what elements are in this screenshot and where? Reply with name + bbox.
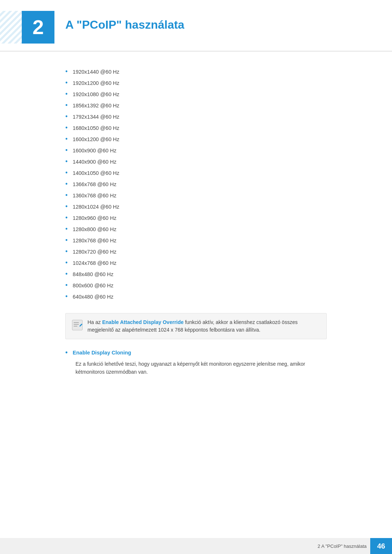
chapter-number: 2 [32,17,44,37]
chapter-number-block: 2 [22,11,54,44]
list-item: 1280x960 @60 Hz [65,212,327,223]
chapter-title: A "PCoIP" használata [54,11,184,32]
feature-description: Ez a funkció lehetővé teszi, hogy ugyana… [75,360,327,376]
list-item: 1440x900 @60 Hz [65,156,327,167]
note-highlight: Enable Attached Display Override [102,319,183,325]
feature-section: Enable Display Cloning Ez a funkció lehe… [65,349,327,376]
svg-rect-3 [74,326,77,327]
list-item: 1360x768 @60 Hz [65,190,327,201]
chapter-header: 2 A "PCoIP" használata [0,0,392,52]
note-icon [72,319,83,331]
list-item: 1280x720 @60 Hz [65,246,327,257]
note-text: Ha az Enable Attached Display Override f… [87,319,320,334]
resolution-list: 1920x1440 @60 Hz1920x1200 @60 Hz1920x108… [65,66,327,302]
list-item: 640x480 @60 Hz [65,291,327,302]
list-item: 1280x800 @60 Hz [65,223,327,235]
list-item: 848x480 @60 Hz [65,268,327,280]
note-box: Ha az Enable Attached Display Override f… [65,313,327,339]
list-item: 1920x1440 @60 Hz [65,66,327,77]
svg-rect-1 [74,322,79,323]
svg-rect-2 [74,324,79,325]
feature-title: Enable Display Cloning [65,349,327,356]
page-number: 46 [370,538,392,554]
list-item: 1856x1392 @60 Hz [65,100,327,111]
footer-text: 2 A "PCoIP" használata [318,543,370,549]
page-footer: 2 A "PCoIP" használata 46 [0,538,392,554]
list-item: 1600x1200 @60 Hz [65,134,327,145]
list-item: 1366x768 @60 Hz [65,178,327,190]
list-item: 1920x1080 @60 Hz [65,89,327,100]
list-item: 800x600 @60 Hz [65,280,327,291]
list-item: 1400x1050 @60 Hz [65,167,327,178]
note-text-before: Ha az [87,319,102,325]
list-item: 1680x1050 @60 Hz [65,122,327,134]
list-item: 1792x1344 @60 Hz [65,111,327,122]
main-content: 1920x1440 @60 Hz1920x1200 @60 Hz1920x108… [0,66,392,376]
list-item: 1920x1200 @60 Hz [65,77,327,89]
list-item: 1280x768 @60 Hz [65,235,327,246]
list-item: 1600x900 @60 Hz [65,145,327,156]
list-item: 1024x768 @60 Hz [65,257,327,268]
list-item: 1280x1024 @60 Hz [65,201,327,212]
